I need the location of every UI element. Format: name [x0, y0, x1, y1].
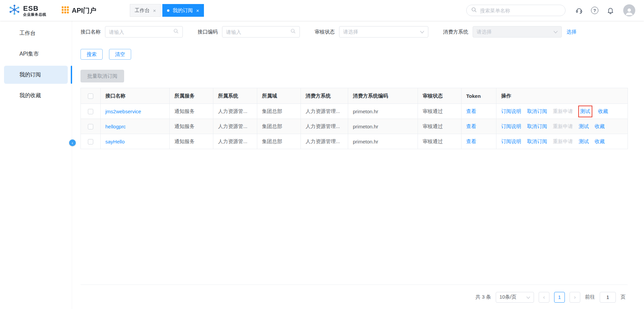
interface-name-input-wrap	[105, 26, 183, 38]
sidebar-collapse-button[interactable]: ‹	[69, 139, 76, 146]
cancel-subscription-link[interactable]: 取消订阅	[527, 123, 547, 129]
status-cell: 审核通过	[418, 134, 462, 149]
subscription-desc-link[interactable]: 订阅说明	[501, 123, 521, 129]
reapply-link: 重新申请	[553, 108, 573, 114]
row-select-cell	[81, 119, 101, 134]
interface-code-input-wrap	[222, 26, 300, 38]
headset-icon[interactable]	[575, 6, 583, 14]
token-cell: 查看	[462, 104, 496, 119]
sidebar-item-my-favorites[interactable]: 我的收藏	[4, 86, 68, 105]
goto-page-input[interactable]	[600, 292, 616, 303]
filter-label: 接口名称	[80, 29, 101, 35]
token-view-link[interactable]: 查看	[466, 138, 476, 144]
sidebar-item-my-subscriptions[interactable]: 我的订阅	[4, 66, 68, 84]
close-icon[interactable]: ×	[153, 8, 156, 13]
search-icon	[173, 28, 179, 35]
total-count: 共 3 条	[475, 294, 491, 300]
test-link-highlighted[interactable]: 测试	[578, 106, 592, 117]
interface-name-input[interactable]	[109, 29, 173, 35]
help-icon[interactable]: ?	[591, 6, 599, 14]
sidebar-item-label: 我的收藏	[19, 92, 41, 99]
consumer-system-choose-link[interactable]: 选择	[567, 29, 577, 35]
consumer-system-select: 请选择	[473, 26, 562, 38]
top-bar: ESB 企业服务总线 API门户 工作台 × 我的订阅 ×	[0, 0, 644, 21]
interface-name-cell: jms2webservice	[101, 104, 170, 119]
service-cell: 通知服务	[170, 134, 213, 149]
page-size-value: 10条/页	[499, 294, 517, 300]
interface-name-cell: hellogprc	[101, 119, 170, 134]
chevron-down-icon	[526, 294, 530, 300]
table-header-row: 接口名称 所属服务 所属系统 所属域 消费方系统 消费方系统编码 审核状态 To…	[81, 88, 628, 104]
close-icon[interactable]: ×	[196, 8, 199, 13]
sidebar-item-label: API集市	[19, 51, 39, 58]
audit-status-select[interactable]: 请选择	[339, 26, 428, 38]
row-checkbox[interactable]	[88, 109, 93, 114]
token-view-link[interactable]: 查看	[466, 108, 476, 114]
page-size-select[interactable]: 10条/页	[496, 292, 534, 303]
interface-name-link[interactable]: jms2webservice	[105, 109, 141, 114]
sidebar-item-label: 我的订阅	[19, 71, 41, 78]
batch-unsubscribe-button[interactable]: 批量取消订阅	[80, 70, 124, 82]
subscription-desc-link[interactable]: 订阅说明	[501, 138, 521, 144]
favorite-link[interactable]: 收藏	[598, 108, 608, 114]
row-checkbox[interactable]	[88, 139, 93, 144]
search-button[interactable]: 搜索	[80, 49, 103, 60]
results-table-wrap: 接口名称 所属服务 所属系统 所属域 消费方系统 消费方系统编码 审核状态 To…	[80, 88, 628, 149]
filter-interface-name: 接口名称	[80, 26, 183, 38]
select-all-checkbox[interactable]	[88, 94, 93, 99]
chevron-down-icon	[420, 29, 424, 35]
row-checkbox[interactable]	[88, 124, 93, 129]
system-cell: 人力资源管...	[213, 134, 257, 149]
cancel-subscription-link[interactable]: 取消订阅	[527, 138, 547, 144]
pagination: 共 3 条 10条/页 ‹ 1 › 前往 页	[80, 285, 628, 309]
interface-code-input[interactable]	[226, 29, 290, 35]
tab-my-subscriptions[interactable]: 我的订阅 ×	[162, 4, 204, 17]
token-cell: 查看	[462, 134, 496, 149]
actions-cell: 订阅说明 取消订阅 重新申请 测试 收藏	[496, 119, 628, 134]
next-page-button[interactable]: ›	[570, 292, 580, 303]
test-link[interactable]: 测试	[579, 138, 589, 144]
reapply-link: 重新申请	[553, 138, 573, 144]
row-select-cell	[81, 104, 101, 119]
col-interface-name: 接口名称	[101, 88, 170, 104]
filter-audit-status: 审核状态 请选择	[315, 26, 428, 38]
favorite-link[interactable]: 收藏	[595, 138, 605, 144]
filter-label: 消费方系统	[443, 29, 468, 35]
consumer-code-cell: primeton.hr	[348, 119, 418, 134]
sidebar: 工作台 API集市 我的订阅 我的收藏	[0, 21, 72, 309]
filter-consumer-system: 消费方系统 请选择 选择	[443, 26, 577, 38]
select-placeholder: 请选择	[477, 29, 492, 35]
menu-search[interactable]	[466, 5, 566, 16]
token-view-link[interactable]: 查看	[466, 123, 476, 129]
clear-button[interactable]: 清空	[109, 49, 131, 60]
prev-page-button[interactable]: ‹	[539, 292, 549, 303]
page-1-button[interactable]: 1	[554, 292, 565, 303]
menu-search-input[interactable]	[480, 8, 560, 13]
favorite-link[interactable]: 收藏	[595, 123, 605, 129]
col-token: Token	[462, 88, 496, 104]
sidebar-item-workbench[interactable]: 工作台	[4, 24, 68, 42]
interface-name-link[interactable]: hellogprc	[105, 124, 126, 129]
actions-cell: 订阅说明 取消订阅 重新申请 测试 收藏	[496, 134, 628, 149]
grid-icon	[62, 6, 69, 15]
esb-logo: ESB 企业服务总线	[0, 4, 46, 17]
subscription-desc-link[interactable]: 订阅说明	[501, 108, 521, 114]
select-all-cell	[81, 88, 101, 104]
sidebar-item-api-market[interactable]: API集市	[4, 45, 68, 63]
token-cell: 查看	[462, 119, 496, 134]
cancel-subscription-link[interactable]: 取消订阅	[527, 108, 547, 114]
filter-actions: 搜索 清空	[80, 49, 628, 60]
system-cell: 人力资源管...	[213, 104, 257, 119]
tab-label: 工作台	[135, 7, 150, 14]
tab-workbench[interactable]: 工作台 ×	[130, 4, 161, 17]
bell-icon[interactable]	[606, 6, 614, 14]
avatar[interactable]	[623, 4, 635, 16]
domain-cell: 集团总部	[257, 104, 301, 119]
consumer-cell: 人力资源管理...	[301, 104, 348, 119]
topbar-icons: ?	[575, 6, 614, 14]
actions-cell: 订阅说明 取消订阅 重新申请 测试 收藏	[496, 104, 628, 119]
interface-name-link[interactable]: sayHello	[105, 139, 125, 144]
test-link[interactable]: 测试	[579, 123, 589, 129]
service-cell: 通知服务	[170, 119, 213, 134]
col-service: 所属服务	[170, 88, 213, 104]
